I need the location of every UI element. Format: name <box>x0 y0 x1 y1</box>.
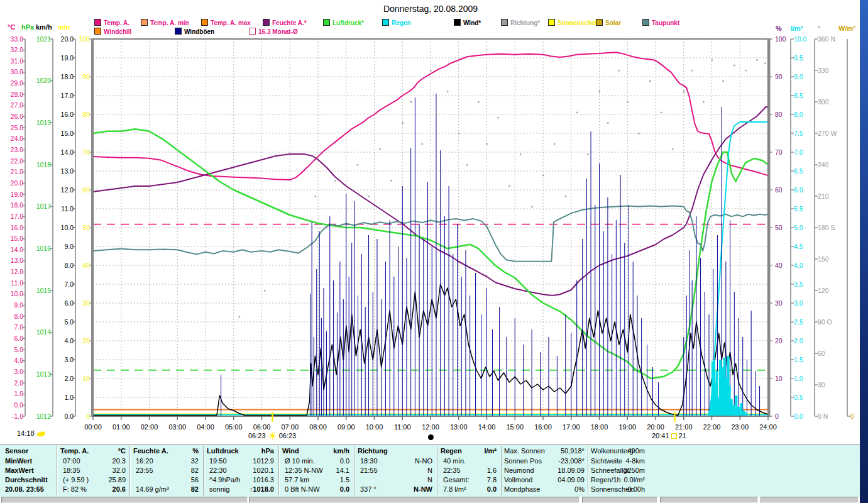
svg-text:1014: 1014 <box>36 328 52 336</box>
svg-text:70: 70 <box>775 148 783 156</box>
svg-text:21:00: 21:00 <box>675 423 693 431</box>
svg-text:2.5: 2.5 <box>794 318 803 326</box>
statusbar-segment <box>582 497 657 503</box>
svg-text:2.0: 2.0 <box>64 375 74 382</box>
svg-text:07:00: 07:00 <box>281 423 299 431</box>
svg-text:15.0: 15.0 <box>61 130 74 137</box>
svg-text:60: 60 <box>775 186 783 194</box>
svg-text:33.0: 33.0 <box>11 35 24 43</box>
svg-text:01:00: 01:00 <box>113 423 130 431</box>
y-axis-wm2: 0 <box>847 39 854 420</box>
table-row-label: 20.08. 23:55 <box>5 485 44 493</box>
table-cell-value: 32.0 <box>57 467 126 474</box>
sunset-marker: 20:4121 <box>652 432 686 439</box>
svg-text:18:00: 18:00 <box>591 423 608 431</box>
svg-text:11:00: 11:00 <box>394 423 411 431</box>
svg-text:1019: 1019 <box>36 119 52 126</box>
table-col-unit: km/h <box>280 447 349 455</box>
svg-text:05:00: 05:00 <box>225 423 243 431</box>
svg-text:09:00: 09:00 <box>338 423 355 431</box>
svg-text:15:00: 15:00 <box>506 423 524 431</box>
svg-text:04:00: 04:00 <box>197 423 214 431</box>
svg-text:0 N: 0 N <box>818 412 828 420</box>
svg-text:300: 300 <box>818 98 829 106</box>
svg-text:50: 50 <box>82 224 90 231</box>
table-row-label: Durchschnitt <box>5 476 48 484</box>
table-info-value: 0.0l/m² <box>576 476 645 484</box>
svg-text:180 S: 180 S <box>818 224 835 231</box>
table-col-unit: % <box>129 447 199 455</box>
table-divider <box>354 446 354 495</box>
sunrise-sun-icon <box>268 432 277 439</box>
table-info-value: 3250m <box>576 467 645 474</box>
svg-text:03:00: 03:00 <box>168 423 186 431</box>
svg-text:13:00: 13:00 <box>450 423 468 431</box>
svg-text:90 O: 90 O <box>818 318 832 326</box>
svg-text:24.0: 24.0 <box>11 135 24 142</box>
table-row-label: MinWert <box>5 457 32 465</box>
svg-text:7.0: 7.0 <box>794 148 803 156</box>
svg-text:5.5: 5.5 <box>794 205 803 213</box>
table-col-header: Richtung <box>358 447 388 455</box>
svg-text:50: 50 <box>775 224 783 231</box>
table-cell-value: 56 <box>129 476 199 484</box>
svg-text:4.0: 4.0 <box>14 357 23 364</box>
svg-text:32.0: 32.0 <box>11 46 24 53</box>
table-cell-value: 0.0 <box>280 485 349 493</box>
svg-text:1.0: 1.0 <box>14 390 23 397</box>
table-cell-value: 1020.1 <box>205 467 274 474</box>
svg-text:17:00: 17:00 <box>563 423 580 431</box>
svg-text:30.0: 30.0 <box>11 68 24 75</box>
svg-text:8.0: 8.0 <box>64 262 74 269</box>
svg-text:6.0: 6.0 <box>794 186 803 194</box>
svg-text:4.5: 4.5 <box>794 243 803 250</box>
y-axis-pct: 1009080706050403020100 <box>768 35 786 420</box>
svg-text:20: 20 <box>82 337 90 345</box>
table-info-value: 0% <box>515 485 585 493</box>
table-info-value: -23,008° <box>515 457 585 465</box>
table-col-unit: l/m² <box>427 447 497 455</box>
svg-text:7.5: 7.5 <box>794 130 803 137</box>
svg-text:60: 60 <box>818 350 825 357</box>
y-axis-lm2: 10.09.59.08.58.07.57.06.56.05.55.04.54.0… <box>791 35 807 420</box>
x-axis: 00:0001:0002:0003:0004:0005:0006:0007:00… <box>84 416 777 431</box>
table-cell-value: 1016.3 <box>205 476 274 484</box>
svg-text:17.0: 17.0 <box>11 213 24 220</box>
svg-text:20: 20 <box>775 337 783 345</box>
svg-text:20.0: 20.0 <box>61 35 74 43</box>
svg-text:22:00: 22:00 <box>703 423 721 431</box>
y-axis-kmh: 20.019.018.017.016.015.014.013.012.011.0… <box>61 35 75 420</box>
table-cell-value: ↑1018.0 <box>205 485 274 493</box>
svg-text:90: 90 <box>775 73 783 80</box>
svg-text:1020: 1020 <box>36 77 52 84</box>
svg-text:12.0: 12.0 <box>11 268 24 275</box>
svg-text:02:00: 02:00 <box>141 423 158 431</box>
sunset-square-icon <box>671 433 677 439</box>
svg-text:10: 10 <box>775 375 783 382</box>
svg-text:2.0: 2.0 <box>14 379 23 387</box>
y-axis-hPa: 1021102010191018101710161015101410131012 <box>36 35 53 420</box>
day-length-label: 14:18 <box>17 429 46 437</box>
svg-text:-1.0: -1.0 <box>12 412 23 420</box>
svg-text:0: 0 <box>86 412 90 420</box>
sunset-extra: 21 <box>679 432 686 439</box>
svg-text:70: 70 <box>82 148 90 156</box>
svg-text:40: 40 <box>775 262 783 269</box>
svg-text:14.0: 14.0 <box>61 148 74 156</box>
svg-text:30: 30 <box>818 381 825 389</box>
svg-text:8.0: 8.0 <box>794 111 803 118</box>
svg-text:8.5: 8.5 <box>794 92 803 99</box>
svg-text:20.0: 20.0 <box>11 179 24 187</box>
svg-text:100: 100 <box>775 35 786 43</box>
svg-text:80: 80 <box>775 111 783 118</box>
table-info-value: 490m <box>576 447 645 455</box>
table-cell-value: 14.1 <box>280 467 349 474</box>
svg-text:17.0: 17.0 <box>61 92 74 99</box>
series-regen-intervall <box>708 356 747 416</box>
svg-text:1021: 1021 <box>36 35 52 43</box>
svg-text:12.0: 12.0 <box>61 186 74 194</box>
table-cell-value: N-NW <box>363 485 432 493</box>
svg-text:1012: 1012 <box>36 412 52 420</box>
svg-text:10:00: 10:00 <box>366 423 383 431</box>
svg-text:22.0: 22.0 <box>11 157 24 165</box>
